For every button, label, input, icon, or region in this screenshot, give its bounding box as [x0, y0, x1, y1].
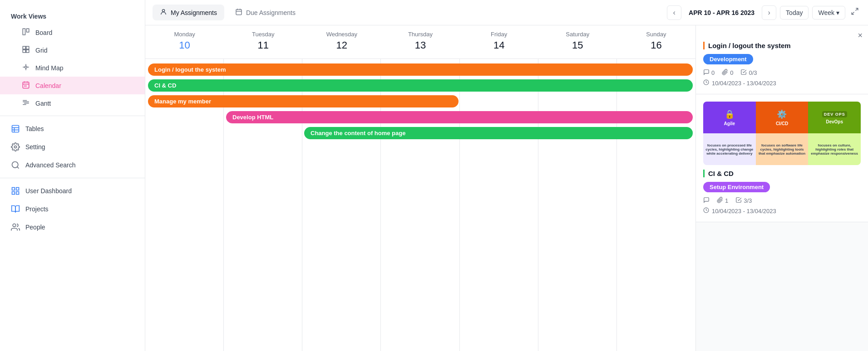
sidebar-item-gantt[interactable]: Gantt: [0, 94, 145, 112]
day-name-wednesday: Wednesday: [306, 31, 377, 38]
right-panel-close-button[interactable]: ×: [858, 31, 863, 40]
sidebar-item-tables[interactable]: Tables: [0, 120, 145, 138]
grid-label: Grid: [35, 47, 47, 54]
event-change-content[interactable]: Change the content of home page: [304, 127, 693, 139]
calendar-area: Monday 10 Tuesday 11 Wednesday 12 Thursd…: [145, 25, 868, 351]
prev-icon: ‹: [673, 9, 675, 17]
board-icon: [22, 28, 30, 37]
task2-title: CI & CD: [703, 170, 861, 177]
event-develop-html-label: Develop HTML: [232, 114, 273, 121]
day-header-wednesday: Wednesday 12: [302, 25, 381, 58]
my-assignments-tab[interactable]: My Assignments: [153, 5, 224, 20]
expand-button[interactable]: [849, 5, 861, 20]
svg-rect-4: [23, 50, 25, 53]
day-header-saturday: Saturday 15: [538, 25, 617, 58]
day-name-monday: Monday: [149, 31, 220, 38]
svg-rect-29: [16, 188, 19, 190]
day-number-10: 10: [149, 38, 220, 57]
svg-rect-5: [26, 50, 29, 53]
clock-icon: [703, 79, 709, 87]
task2-meta: 1 3/3: [703, 197, 861, 205]
task1-comments-count: 0: [711, 69, 715, 76]
next-button[interactable]: ›: [762, 5, 776, 20]
svg-rect-21: [12, 126, 19, 132]
day-header-monday: Monday 10: [145, 25, 224, 58]
date-range: APR 10 - APR 16 2023: [685, 9, 758, 16]
svg-point-25: [15, 146, 17, 148]
task1-tasks-count: 0/3: [749, 69, 757, 76]
calendar-icon: [22, 81, 30, 90]
sidebar-item-calendar[interactable]: Calendar: [0, 77, 145, 94]
svg-rect-3: [26, 46, 29, 49]
cicd-cell-agile: 🔒 Agile: [703, 102, 756, 133]
day-header-tuesday: Tuesday 11: [224, 25, 302, 58]
board-label: Board: [35, 29, 52, 36]
due-assignments-icon: [235, 8, 242, 17]
week-label: Week: [818, 9, 834, 16]
people-icon: [11, 223, 20, 232]
empty-col-1: [147, 110, 225, 124]
svg-rect-11: [23, 82, 29, 88]
comment-icon-2: [703, 197, 710, 205]
svg-rect-15: [24, 86, 25, 87]
cicd-cell-cicd-desc: focuses on software life cycles, highlig…: [756, 133, 809, 165]
search-icon: [11, 161, 20, 170]
svg-rect-0: [23, 29, 25, 35]
task1-attachments-count: 0: [730, 69, 733, 76]
people-label: People: [25, 224, 45, 231]
top-bar: My Assignments Due Assignments ‹ APR 10 …: [145, 0, 868, 25]
sidebar-item-board[interactable]: Board: [0, 24, 145, 41]
tables-icon: [11, 124, 20, 133]
svg-rect-2: [23, 46, 25, 49]
due-assignments-label: Due Assignments: [246, 9, 296, 16]
sidebar-item-setting[interactable]: Setting: [0, 138, 145, 156]
cicd-cell-devops-desc: focuses on culture, highlighting roles t…: [808, 133, 861, 165]
sidebar-item-grid[interactable]: Grid: [0, 41, 145, 59]
svg-line-27: [17, 167, 19, 169]
task1-badge[interactable]: Development: [703, 54, 753, 64]
task2-tasks-count: 3/3: [744, 197, 752, 204]
due-assignments-tab[interactable]: Due Assignments: [228, 5, 303, 20]
tables-label: Tables: [25, 125, 44, 132]
checkbox-icon: [740, 69, 747, 77]
day-name-sunday: Sunday: [621, 31, 692, 38]
task1-meta: 0 0 0/3: [703, 69, 861, 77]
task2-date: 10/04/2023 - 13/04/2023: [703, 207, 861, 214]
svg-point-26: [12, 162, 18, 168]
sidebar-item-user-dashboard[interactable]: User Dashboard: [0, 182, 145, 200]
my-assignments-icon: [160, 8, 167, 17]
day-number-15: 15: [542, 38, 613, 57]
task2-badge[interactable]: Setup Environment: [703, 182, 770, 192]
svg-rect-31: [16, 192, 19, 195]
svg-line-39: [852, 12, 854, 15]
event-develop-html[interactable]: Develop HTML: [226, 111, 693, 123]
week-button[interactable]: Week ▾: [812, 6, 845, 20]
sidebar-item-mind-map[interactable]: Mind Map: [0, 59, 145, 77]
task2-attachments-count: 1: [725, 197, 728, 204]
calendar-grid: Monday 10 Tuesday 11 Wednesday 12 Thursd…: [145, 25, 695, 351]
today-button[interactable]: Today: [780, 6, 809, 20]
task2-date-text: 10/04/2023 - 13/04/2023: [712, 208, 776, 214]
day-number-14: 14: [464, 38, 535, 57]
user-dashboard-label: User Dashboard: [25, 187, 72, 195]
grid-icon: [22, 45, 30, 55]
day-name-tuesday: Tuesday: [227, 31, 299, 38]
sidebar-item-projects[interactable]: Projects: [0, 200, 145, 218]
expand-icon: [851, 8, 859, 17]
prev-button[interactable]: ‹: [667, 5, 681, 20]
svg-point-6: [25, 66, 27, 68]
sidebar-item-advanced-search[interactable]: Advanced Search: [0, 156, 145, 174]
event-login-logout[interactable]: Login / logout the system: [148, 63, 693, 76]
event-ci-cd[interactable]: CI & CD: [148, 79, 693, 92]
sidebar-item-people[interactable]: People: [0, 218, 145, 236]
work-views-label: Work Views: [0, 9, 145, 24]
svg-rect-34: [236, 10, 242, 15]
calendar-body: Login / logout the system CI & CD Manage…: [145, 59, 695, 351]
comment-icon: [703, 69, 710, 77]
advanced-search-label: Advanced Search: [25, 161, 76, 169]
dashboard-icon: [11, 186, 20, 195]
event-manage-member[interactable]: Manage my member: [148, 95, 459, 107]
close-icon: ×: [858, 31, 863, 40]
today-label: Today: [786, 9, 803, 16]
checkbox-icon-2: [735, 197, 742, 205]
